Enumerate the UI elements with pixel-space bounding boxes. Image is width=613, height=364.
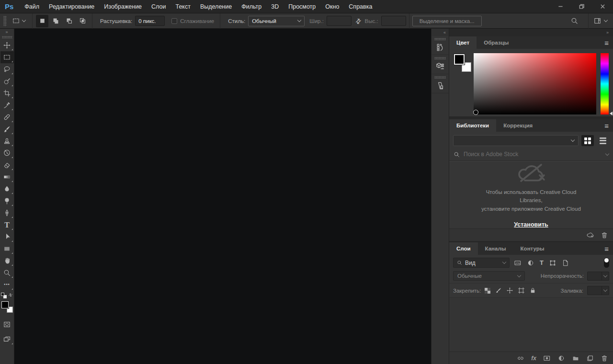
menu-image[interactable]: Изображение [99,0,147,13]
tab-color[interactable]: Цвет [449,36,477,49]
color-panel-menu-icon[interactable]: ≡ [604,36,613,49]
opacity-input[interactable] [587,272,609,281]
antialias-checkbox[interactable] [171,18,177,24]
tab-layers[interactable]: Слои [449,242,478,255]
hue-slider-marker[interactable] [610,112,613,115]
style-select[interactable]: Обычный [248,16,305,26]
lock-pixels-icon[interactable] [495,287,502,294]
screen-mode-button[interactable] [0,333,14,345]
gradient-tool[interactable] [0,171,14,183]
stock-search-input[interactable] [464,151,602,158]
restore-button[interactable] [571,0,592,13]
pen-tool[interactable] [0,207,14,219]
intersect-selection-button[interactable] [76,15,89,27]
crop-tool[interactable] [0,87,14,99]
grid-view-button[interactable] [581,135,594,146]
chevron-down-icon[interactable] [605,151,609,155]
zoom-tool[interactable] [0,267,14,279]
history-brush-tool[interactable] [0,147,14,159]
filter-shape-layers-icon[interactable] [549,259,556,267]
rectangle-tool[interactable] [0,243,14,255]
more-tools-button[interactable]: ••• [0,279,14,291]
minimize-button[interactable] [550,0,571,13]
new-selection-button[interactable] [36,15,48,27]
tab-channels[interactable]: Каналы [478,242,513,255]
menu-layers[interactable]: Слои [147,0,170,13]
hand-tool[interactable] [0,255,14,267]
add-to-selection-button[interactable] [49,15,62,27]
brush-tool[interactable] [0,123,14,135]
tab-swatches[interactable]: Образцы [477,36,516,49]
filter-pixel-layers-icon[interactable] [514,259,522,267]
feather-input[interactable] [135,16,165,26]
quick-selection-tool[interactable] [0,75,14,87]
blend-mode-select[interactable]: Обычные [453,271,525,281]
layers-list[interactable] [449,298,613,352]
foreground-color-swatch[interactable] [1,301,9,308]
filter-type-select[interactable]: Вид [453,258,510,268]
menu-file[interactable]: Файл [20,0,44,13]
options-grip[interactable] [3,16,7,26]
quick-mask-button[interactable] [0,318,14,330]
foreground-color-swatch[interactable] [454,54,465,65]
rectangular-marquee-tool[interactable] [0,51,14,63]
default-colors-button[interactable] [1,293,7,298]
strip-expand-button[interactable]: « [431,29,449,36]
width-input[interactable] [327,16,352,26]
tab-libraries[interactable]: Библиотеки [449,119,496,132]
search-icon[interactable] [570,17,579,25]
hue-slider[interactable] [601,53,609,114]
lasso-tool[interactable] [0,63,14,75]
libraries-panel-menu-icon[interactable]: ≡ [604,119,613,132]
swap-colors-button[interactable] [6,291,14,299]
blur-tool[interactable] [0,183,14,195]
height-input[interactable] [381,16,406,26]
lock-position-icon[interactable] [506,287,513,294]
path-selection-tool[interactable] [0,231,14,243]
tab-adjustments[interactable]: Коррекция [496,119,540,132]
clone-stamp-tool[interactable] [0,135,14,147]
toolbar-collapse-button[interactable]: » [0,29,14,35]
color-field-cursor[interactable] [473,110,478,115]
lock-all-icon[interactable] [529,287,536,294]
fill-input[interactable] [587,286,609,295]
menu-view[interactable]: Просмотр [284,0,320,13]
trash-icon[interactable] [601,231,608,239]
new-adjustment-layer-icon[interactable] [557,354,565,362]
spot-healing-brush-tool[interactable] [0,111,14,123]
info-panel-button[interactable] [431,74,449,93]
dock-collapse-button[interactable]: » [449,29,613,36]
tab-paths[interactable]: Контуры [513,242,552,255]
select-and-mask-button[interactable]: Выделение и маска... [412,16,482,26]
saturation-brightness-field[interactable] [474,53,596,114]
menu-filter[interactable]: Фильтр [237,0,266,13]
move-tool[interactable] [0,39,14,51]
lock-transparency-icon[interactable] [485,288,490,294]
tool-preset-picker[interactable] [8,17,29,25]
layers-panel-menu-icon[interactable]: ≡ [604,242,613,255]
eraser-tool[interactable] [0,159,14,171]
menu-help[interactable]: Справка [344,0,377,13]
lock-artboard-icon[interactable] [518,287,525,294]
history-panel-button[interactable] [431,36,449,55]
new-layer-icon[interactable] [586,354,594,362]
toolbar-grip[interactable] [2,36,12,38]
canvas-area[interactable] [14,29,431,364]
menu-window[interactable]: Окно [320,0,344,13]
properties-panel-button[interactable] [431,55,449,74]
layer-style-fx-icon[interactable]: fx [531,355,536,362]
subtract-from-selection-button[interactable] [63,15,75,27]
filter-on-off-toggle[interactable] [604,258,609,268]
swap-dimensions-icon[interactable]: ⇄ [353,16,363,26]
menu-select[interactable]: Выделение [195,0,237,13]
delete-layer-icon[interactable] [601,354,608,362]
sync-disabled-icon[interactable] [586,231,594,239]
dodge-tool[interactable] [0,195,14,207]
filter-adjustment-layers-icon[interactable] [527,259,534,267]
menu-type[interactable]: Текст [170,0,195,13]
filter-smart-objects-icon[interactable] [562,259,569,267]
close-button[interactable] [592,0,613,13]
eyedropper-tool[interactable] [0,99,14,111]
menu-edit[interactable]: Редактирование [44,0,99,13]
list-view-button[interactable] [597,135,609,146]
